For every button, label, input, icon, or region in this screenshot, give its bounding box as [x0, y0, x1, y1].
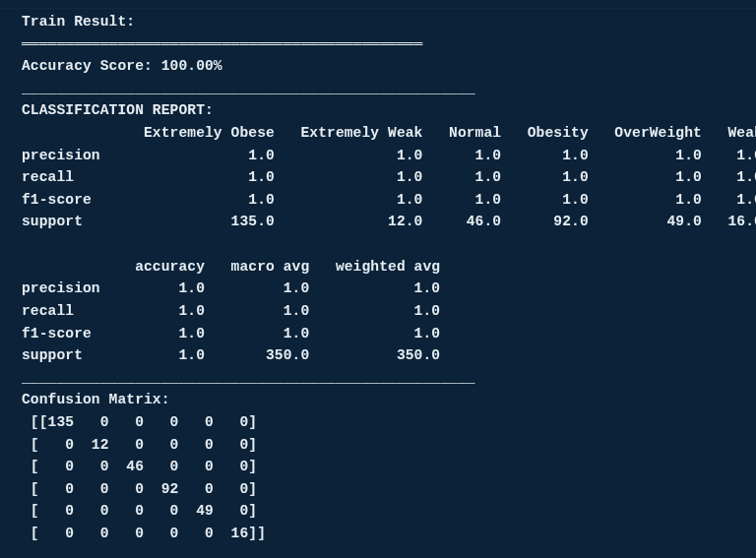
notebook-output-panel: Train Result: ══════════════════════════…	[0, 0, 756, 558]
cell-output: Train Result: ══════════════════════════…	[0, 9, 756, 558]
